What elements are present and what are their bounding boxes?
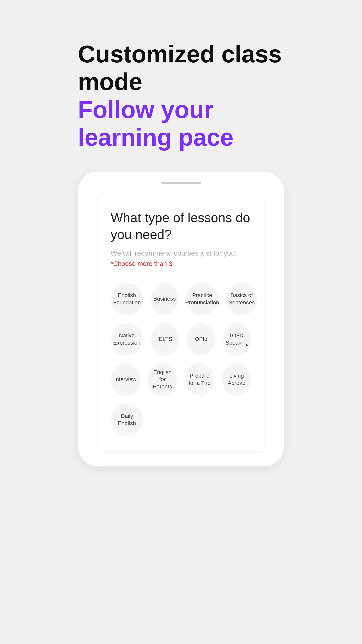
phone-frame: What type of lessons do you need? We wil… (78, 172, 284, 466)
options-row-2: Native Expression IELTS OPIc TOEIC Speak… (111, 323, 251, 356)
option-daily-english[interactable]: Daily English (111, 404, 143, 436)
option-ielts[interactable]: IELTS (151, 323, 179, 356)
hero-title-line1: Customized class mode (78, 40, 284, 96)
hero-section: Customized class mode Follow your learni… (78, 40, 284, 151)
hero-title-line2: Follow your learning pace (78, 96, 284, 151)
option-native-expression[interactable]: Native Expression (111, 323, 143, 356)
subtitle: We will recommend courses just for you! (111, 249, 251, 257)
options-container: English Foundation Business Practice Pro… (111, 283, 251, 436)
option-interview[interactable]: Interview (111, 363, 140, 396)
option-living-abroad[interactable]: Living Abroad (222, 363, 252, 396)
phone-notch (161, 182, 201, 184)
option-english-foundation[interactable]: English Foundation (111, 283, 143, 315)
option-basics-of-sentences[interactable]: Basics of Sentences (226, 283, 257, 315)
phone-content: What type of lessons do you need? We wil… (98, 194, 264, 451)
option-prepare-for-a-trip[interactable]: Prepare for a Trip (185, 363, 214, 396)
option-business[interactable]: Business (151, 283, 178, 315)
question-title: What type of lessons do you need? (111, 209, 251, 243)
option-english-for-parents[interactable]: English for Parents (148, 363, 177, 396)
choose-note: *Choose more than 3 (111, 260, 251, 268)
options-row-4: Daily English (111, 404, 251, 436)
option-opic[interactable]: OPIc (187, 323, 215, 356)
option-toeic-speaking[interactable]: TOEIC Speaking (223, 323, 251, 356)
options-row-1: English Foundation Business Practice Pro… (111, 283, 251, 315)
options-row-3: Interview English for Parents Prepare fo… (111, 363, 251, 396)
option-practice-pronunciation[interactable]: Practice Pronunciation (186, 283, 218, 315)
